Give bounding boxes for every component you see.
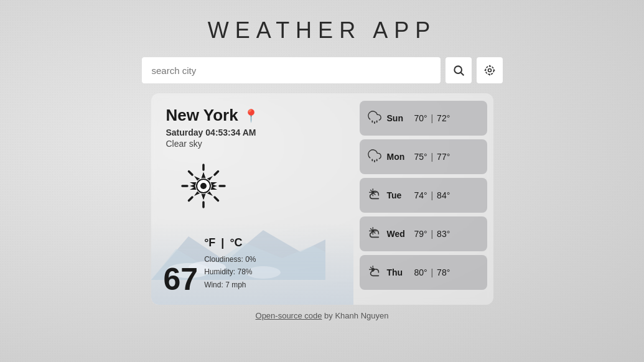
partly-cloudy-icon bbox=[368, 226, 381, 239]
forecast-item[interactable]: Mon 75° | 77° bbox=[360, 139, 487, 174]
forecast-item[interactable]: Wed 79° | 83° bbox=[360, 216, 487, 251]
weather-left-panel: New York 📍 Saturday 04:53:34 AM Clear sk… bbox=[151, 93, 353, 305]
date-time: Saturday 04:53:34 AM bbox=[166, 128, 338, 137]
forecast-day: Tue bbox=[387, 190, 409, 200]
forecast-temperatures: 75° | 77° bbox=[414, 152, 450, 162]
temperature-value: 67 bbox=[164, 264, 198, 295]
forecast-weather-icon bbox=[367, 264, 382, 281]
search-input[interactable] bbox=[142, 57, 441, 83]
forecast-temperatures: 79° | 83° bbox=[414, 229, 450, 239]
forecast-day: Mon bbox=[387, 152, 409, 162]
forecast-item[interactable]: Thu 80° | 78° bbox=[360, 255, 487, 290]
forecast-day: Sun bbox=[387, 113, 409, 123]
partly-cloudy-sun-icon bbox=[368, 264, 381, 278]
svg-line-46 bbox=[370, 228, 371, 229]
svg-line-17 bbox=[189, 172, 192, 175]
weather-details: Cloudiness: 0% Humidity: 78% Wind: 7 mph bbox=[204, 253, 256, 291]
svg-point-2 bbox=[488, 69, 491, 72]
forecast-temperatures: 74° | 84° bbox=[414, 190, 450, 200]
svg-point-27 bbox=[200, 183, 207, 189]
search-bar bbox=[142, 57, 503, 83]
forecast-day: Wed bbox=[387, 229, 409, 239]
svg-line-1 bbox=[460, 73, 464, 76]
app-title: WEATHER APP bbox=[208, 17, 436, 44]
svg-line-18 bbox=[215, 197, 218, 201]
location-icon bbox=[483, 64, 496, 77]
forecast-temperatures: 70° | 72° bbox=[414, 113, 450, 123]
forecast-weather-icon bbox=[367, 226, 382, 243]
forecast-panel: Sun 70° | 72° Mon 75° | 77° Tue 74° | 84… bbox=[353, 93, 493, 305]
svg-line-19 bbox=[215, 172, 218, 175]
sun-svg bbox=[179, 161, 228, 211]
location-button[interactable] bbox=[477, 57, 503, 83]
svg-line-47 bbox=[374, 232, 375, 233]
search-icon bbox=[452, 64, 465, 77]
open-source-link[interactable]: Open-source code bbox=[256, 311, 322, 320]
svg-line-39 bbox=[370, 190, 371, 190]
svg-line-40 bbox=[374, 193, 375, 194]
weather-card: New York 📍 Saturday 04:53:34 AM Clear sk… bbox=[151, 93, 493, 305]
svg-line-51 bbox=[370, 267, 371, 267]
temp-units: °F | °C bbox=[204, 236, 256, 249]
rain-icon bbox=[368, 110, 381, 124]
forecast-day: Thu bbox=[387, 267, 409, 277]
svg-point-3 bbox=[485, 66, 493, 74]
partly-cloudy-icon bbox=[368, 187, 381, 201]
footer: Open-source code by Khanh Nguyen bbox=[256, 311, 389, 320]
weather-description: Clear sky bbox=[166, 139, 338, 149]
pin-icon: 📍 bbox=[243, 108, 259, 123]
svg-point-0 bbox=[454, 66, 462, 73]
sun-icon-large bbox=[179, 161, 228, 211]
search-button[interactable] bbox=[446, 57, 472, 83]
svg-line-20 bbox=[189, 197, 192, 201]
forecast-weather-icon bbox=[367, 149, 382, 165]
city-name: New York 📍 bbox=[166, 106, 338, 125]
forecast-item[interactable]: Tue 74° | 84° bbox=[360, 178, 487, 213]
rain-icon bbox=[368, 149, 381, 162]
forecast-weather-icon bbox=[367, 110, 382, 127]
forecast-item[interactable]: Sun 70° | 72° bbox=[360, 101, 487, 136]
forecast-weather-icon bbox=[367, 187, 382, 204]
temperature-row: 67 °F | °C Cloudiness: 0% Humidity: 78% … bbox=[164, 236, 256, 295]
forecast-temperatures: 80° | 78° bbox=[414, 267, 450, 277]
